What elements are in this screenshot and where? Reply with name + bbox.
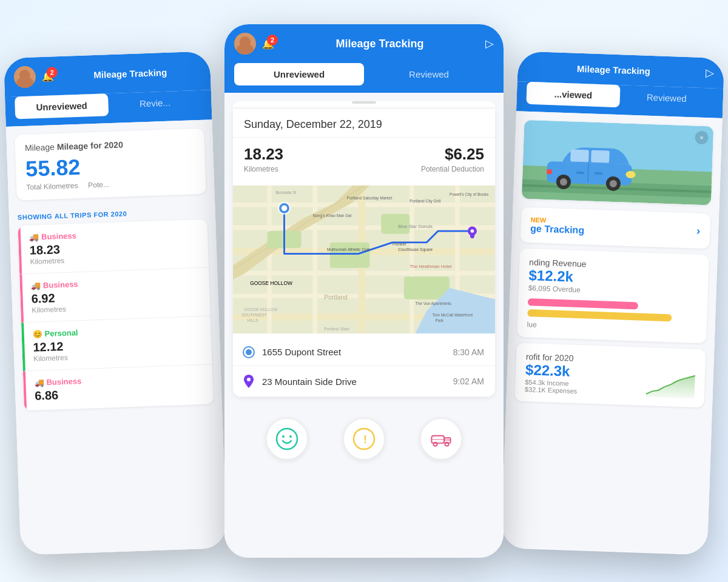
trip-item[interactable]: 🚚 Business 6.92 Kilometres [19,268,211,323]
swipe-indicator [233,101,495,109]
svg-point-46 [282,435,285,438]
svg-rect-67 [594,172,602,175]
svg-text:Portland Saturday Market: Portland Saturday Market [347,196,393,201]
new-feature-card[interactable]: NEW ge Tracking › [520,207,710,249]
avatar[interactable] [234,33,256,55]
center-content: Sunday, December 22, 2019 18.23 Kilometr… [224,93,504,558]
header-title: Mileage Tracking [280,38,479,50]
svg-point-44 [247,378,251,381]
trip-list: 🚚 Business 18.23 Kilometres 🚚 Business 6… [18,219,213,411]
svg-text:Pioneer: Pioneer [393,242,406,246]
feature-info: NEW ge Tracking [530,216,585,236]
map-svg: Powell's City of Books Powell's City of … [233,181,495,338]
to-pin-icon [244,375,254,388]
warning-icon: ! [352,427,376,450]
svg-rect-57 [570,149,589,162]
svg-point-53 [445,443,448,446]
svg-text:Tom McCall Waterfront: Tom McCall Waterfront [433,313,473,317]
car-illustration [541,140,639,192]
left-phone: 🔔 2 Mileage Tracking Unreviewed Revie...… [4,51,227,555]
trip-detail-card: Sunday, December 22, 2019 18.23 Kilometr… [233,109,495,397]
svg-rect-10 [410,186,414,333]
deduction-label: Potential Deduction [421,165,484,173]
svg-point-45 [277,429,297,449]
profit-card: rofit for 2020 $22.3k $54.3k Income $32.… [514,343,706,408]
tab-unreviewed[interactable]: Unreviewed [15,93,109,119]
svg-rect-60 [547,169,551,174]
notification-badge[interactable]: 🔔 2 [42,70,55,82]
bar-overdue [528,298,638,309]
header-title: Mileage Tracking [527,61,699,78]
svg-text:Portland: Portland [324,294,348,301]
svg-text:Burnside St: Burnside St [275,190,296,195]
svg-text:SOUTHWEST: SOUTHWEST [241,313,267,317]
notification-badge[interactable]: 🔔 2 [262,38,274,50]
right-content: × NEW ge Tracking › nding Revenue $12.2k… [501,111,723,554]
svg-text:Courthouse Square: Courthouse Square [398,247,433,252]
svg-point-20 [281,206,287,211]
circle-icon: 😊 [32,329,42,339]
from-address: 1655 Dupont Street [262,347,445,357]
car-banner: × [522,120,713,206]
approve-button[interactable] [266,418,308,460]
trip-map[interactable]: Powell's City of Books Powell's City of … [233,181,495,338]
trip-date: Sunday, December 22, 2019 [233,109,495,138]
deduction-stat: $6.25 Potential Deduction [421,145,484,173]
tab-reviewed[interactable]: Revie... [108,90,202,116]
svg-rect-14 [330,242,370,268]
svg-point-22 [470,233,475,238]
header-title: Mileage Tracking [60,65,201,81]
vehicle-button[interactable] [420,418,462,460]
revenue-bars: lue [527,298,698,335]
deduction-value: $6.25 [421,145,484,164]
svg-point-52 [433,443,437,446]
mileage-total: 55.82 [25,150,195,182]
badge-count: 2 [267,35,278,45]
revenue-row: nding Revenue $12.2k $6,095 Overdue [528,257,699,298]
send-icon[interactable]: ▷ [706,66,715,79]
avatar[interactable] [13,65,36,88]
svg-text:The Heathman Hotel: The Heathman Hotel [410,264,452,269]
svg-text:The Vue Apartments: The Vue Apartments [416,301,452,306]
smile-icon [275,427,298,450]
truck-icon [430,427,453,450]
tab-reviewed-active[interactable]: ...viewed [526,82,620,107]
chevron-right-icon[interactable]: › [696,224,701,237]
profit-chart [646,373,695,399]
location-to: 23 Mountain Side Drive 9:02 AM [233,366,495,397]
svg-text:Multnomah Athletic Club: Multnomah Athletic Club [327,247,370,252]
revenue-card: nding Revenue $12.2k $6,095 Overdue lue [517,249,709,344]
feature-title: ge Tracking [530,223,584,236]
svg-text:Nong's Khao Man Gai: Nong's Khao Man Gai [312,213,352,218]
left-content: Mileage Mileage for 2020 55.82 Total Kil… [6,119,227,555]
truck-icon: 🚚 [31,281,41,290]
flag-button[interactable]: ! [343,418,385,460]
badge-count: 2 [46,67,58,78]
profit-info: rofit for 2020 $22.3k $54.3k Income $32.… [525,352,579,395]
svg-text:GOOSE HOLLOW: GOOSE HOLLOW [250,280,292,286]
svg-rect-8 [312,186,317,333]
tab-bar: Unreviewed Reviewed [224,63,504,93]
left-header: 🔔 2 Mileage Tracking [4,51,211,97]
bar-due [527,309,672,321]
truck-icon: 🚚 [34,378,44,387]
svg-text:Portland City Grill: Portland City Grill [410,199,441,204]
km-label: Kilometres [244,165,283,173]
revenue-info: nding Revenue $12.2k $6,095 Overdue [528,257,587,294]
tab-unreviewed[interactable]: Unreviewed [234,63,364,85]
to-address: 23 Mountain Side Drive [262,376,445,387]
action-buttons: ! [224,406,504,466]
tab-reviewed[interactable]: Reviewed [619,85,713,110]
trip-item[interactable]: 🚚 Business 6.86 [23,364,214,410]
trip-item[interactable]: 🚚 Business 18.23 Kilometres [18,219,209,275]
svg-text:Blue Star Donuts: Blue Star Donuts [398,224,433,229]
profit-expenses: $32.1K Expenses [525,386,578,395]
trip-item[interactable]: 😊 Personal 12.12 Kilometres [21,316,212,372]
due-label: lue [527,320,696,335]
send-icon[interactable]: ▷ [485,37,494,50]
svg-text:Park: Park [435,318,443,323]
svg-text:GOOSE HOLLOW: GOOSE HOLLOW [244,307,278,312]
svg-text:Powell's City of Books: Powell's City of Books [450,192,489,197]
svg-rect-66 [576,172,584,174]
tab-reviewed[interactable]: Reviewed [364,63,494,85]
